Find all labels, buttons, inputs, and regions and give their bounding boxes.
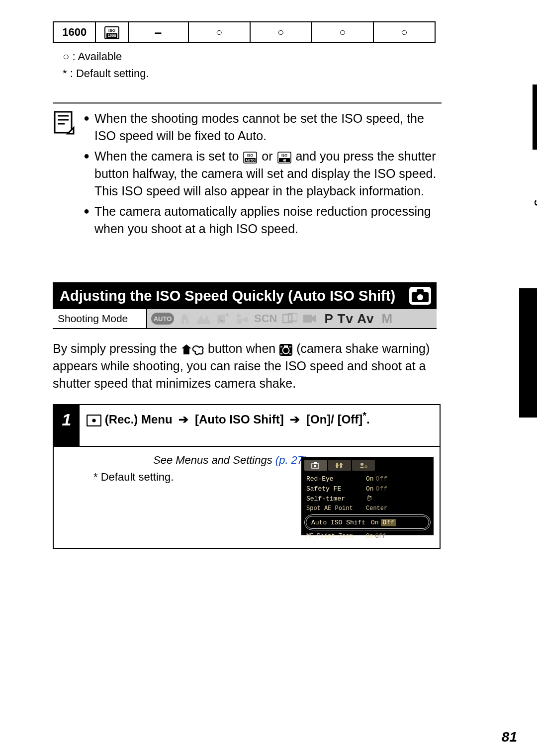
iso-hi-icon: ISOHI	[277, 152, 291, 164]
camera-shake-icon	[279, 343, 293, 356]
svg-text:AUTO: AUTO	[154, 315, 172, 323]
step-body: See Menus and Settings (p. 27). * Defaul…	[54, 454, 440, 548]
svg-rect-31	[284, 345, 288, 347]
svg-rect-18	[417, 289, 424, 293]
iso-col-dash: –	[128, 22, 188, 43]
svg-text:ISO: ISO	[281, 154, 287, 157]
print-share-button-icon	[180, 343, 204, 356]
svg-text:ISO: ISO	[247, 154, 254, 157]
svg-point-46	[365, 466, 367, 468]
legend-available: ○ : Available	[63, 48, 477, 65]
svg-point-22	[186, 314, 190, 318]
svg-rect-44	[340, 464, 343, 465]
shooting-mode-icons: AUTO SCN P Tv Av M	[147, 309, 437, 328]
iso-col-c3: ○	[312, 22, 373, 43]
camera-icon	[409, 286, 432, 305]
iso-1600-icon: ISO1600	[104, 26, 119, 39]
page-content: 1600 ISO1600 – ○ ○ ○ ○ ○ : Available * :…	[53, 21, 477, 549]
m-mode-text: M	[381, 311, 393, 327]
ptv-av-mode-text: P Tv Av	[324, 311, 374, 327]
svg-rect-43	[336, 465, 339, 466]
iso-1600-cell: 1600	[53, 22, 95, 43]
section-heading: Adjusting the ISO Speed Quickly (Auto IS…	[53, 282, 437, 309]
svg-text:AUTO: AUTO	[246, 158, 255, 162]
shooting-mode-row: Shooting Mode AUTO SCN P Tv Av M	[53, 309, 437, 329]
thumb-index-tab	[519, 288, 537, 418]
legend-default: * : Default setting.	[63, 65, 477, 82]
rec-menu-icon	[87, 415, 101, 426]
auto-mode-icon: AUTO	[151, 313, 174, 325]
note-text: When the shooting modes cannot be set th…	[84, 110, 442, 241]
svg-rect-4	[55, 112, 72, 133]
legend-block: ○ : Available * : Default setting.	[63, 48, 477, 82]
scn-mode-text: SCN	[254, 312, 277, 325]
iso-auto-icon: ISOAUTO	[243, 152, 257, 164]
step-1-box: 1 (Rec.) Menu ➔ [Auto ISO Shift] ➔ [On]/…	[53, 404, 441, 549]
iso-1600-icon-cell: ISO1600	[95, 22, 128, 43]
movie-mode-icon	[303, 313, 317, 324]
svg-rect-23	[217, 315, 225, 324]
iso-col-c4: ○	[373, 22, 435, 43]
shooting-mode-label: Shooting Mode	[53, 309, 147, 328]
menu-screenshot: Red-EyeOnOff Safety FEOnOff Self-timer⏱ …	[301, 457, 434, 535]
note-item-2: When the camera is set to ISOAUTO or ISO…	[84, 148, 442, 200]
svg-point-24	[226, 314, 229, 316]
iso-table-row: 1600 ISO1600 – ○ ○ ○ ○	[53, 21, 436, 43]
page-number: 81	[502, 729, 517, 745]
section-paragraph: By simply pressing the button when (came…	[53, 340, 442, 392]
step-title: (Rec.) Menu ➔ [Auto ISO Shift] ➔ [On]/ […	[80, 405, 377, 431]
svg-rect-39	[314, 462, 317, 464]
night-snapshot-icon	[216, 313, 229, 325]
svg-rect-28	[303, 315, 312, 323]
note-callout: When the shooting modes cannot be set th…	[53, 102, 442, 241]
svg-text:HI: HI	[282, 158, 286, 162]
side-section-label: Advanced Shooting Functions	[534, 84, 537, 293]
menu-highlight: Auto ISO ShiftOnOff	[304, 514, 431, 530]
iso-col-c1: ○	[188, 22, 250, 43]
svg-point-25	[237, 314, 241, 318]
easy-mode-icon	[179, 313, 190, 325]
svg-point-19	[417, 294, 423, 300]
step-number: 1	[54, 405, 80, 446]
step-1-head: 1 (Rec.) Menu ➔ [Auto ISO Shift] ➔ [On]/…	[54, 405, 440, 447]
svg-point-45	[360, 463, 363, 466]
note-icon	[53, 110, 75, 241]
menu-tab-setup	[328, 460, 351, 471]
svg-text:1600: 1600	[108, 33, 116, 38]
landscape-mode-icon	[196, 313, 211, 324]
menu-tab-rec	[304, 460, 327, 471]
note-item-1: When the shooting modes cannot be set th…	[84, 110, 442, 145]
svg-point-40	[314, 465, 317, 468]
note-item-3: The camera automatically applies noise r…	[84, 203, 442, 238]
section-title: Adjusting the ISO Speed Quickly (Auto IS…	[60, 287, 430, 304]
svg-point-37	[92, 419, 95, 422]
svg-text:ISO: ISO	[108, 28, 115, 33]
iso-col-c2: ○	[250, 22, 312, 43]
menu-tab-mycamera	[352, 460, 375, 471]
stitch-mode-icon	[282, 313, 297, 324]
kids-pets-icon	[235, 313, 249, 325]
